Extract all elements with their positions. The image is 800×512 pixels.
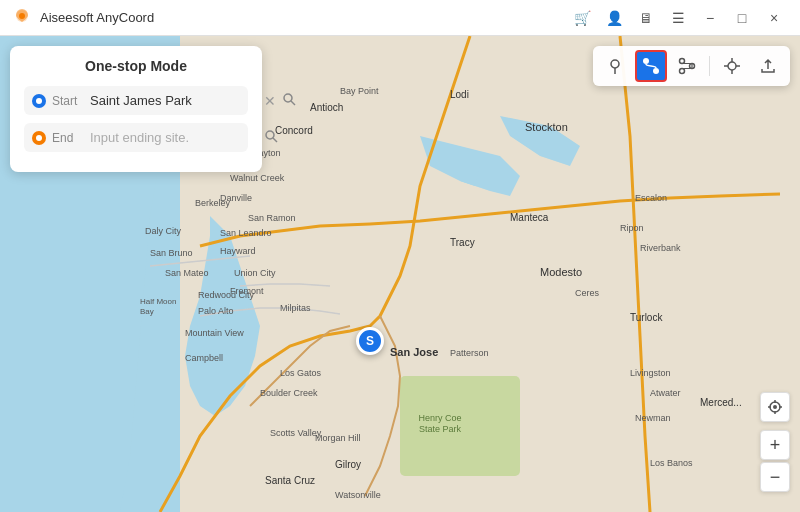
menu-icon[interactable]: ☰ bbox=[664, 4, 692, 32]
svg-text:Mountain View: Mountain View bbox=[185, 328, 244, 338]
search-end-icon[interactable] bbox=[264, 129, 278, 146]
start-label: Start bbox=[52, 94, 84, 108]
svg-point-59 bbox=[680, 69, 685, 74]
svg-text:Merced...: Merced... bbox=[700, 397, 742, 408]
svg-text:Livingston: Livingston bbox=[630, 368, 671, 378]
start-input[interactable] bbox=[90, 93, 258, 108]
svg-point-56 bbox=[653, 68, 659, 74]
end-input[interactable] bbox=[90, 130, 258, 145]
svg-text:Ripon: Ripon bbox=[620, 223, 644, 233]
svg-line-67 bbox=[291, 101, 295, 105]
svg-text:San Bruno: San Bruno bbox=[150, 248, 193, 258]
svg-text:Ceres: Ceres bbox=[575, 288, 600, 298]
start-dot-icon bbox=[32, 94, 46, 108]
svg-line-70 bbox=[273, 138, 277, 142]
svg-text:State Park: State Park bbox=[419, 424, 462, 434]
svg-text:San Leandro: San Leandro bbox=[220, 228, 272, 238]
minimize-button[interactable]: − bbox=[696, 4, 724, 32]
svg-point-65 bbox=[36, 98, 42, 104]
end-label: End bbox=[52, 131, 84, 145]
svg-point-72 bbox=[773, 405, 777, 409]
user-icon[interactable]: 👤 bbox=[600, 4, 628, 32]
svg-text:San Mateo: San Mateo bbox=[165, 268, 209, 278]
svg-text:Escalon: Escalon bbox=[635, 193, 667, 203]
svg-point-55 bbox=[643, 58, 649, 64]
zoom-in-button[interactable]: + bbox=[760, 430, 790, 460]
zoom-out-button[interactable]: − bbox=[760, 462, 790, 492]
svg-text:Lodi: Lodi bbox=[450, 89, 469, 100]
svg-text:Turlock: Turlock bbox=[630, 312, 663, 323]
svg-text:Morgan Hill: Morgan Hill bbox=[315, 433, 361, 443]
svg-text:Newman: Newman bbox=[635, 413, 671, 423]
svg-text:Boulder Creek: Boulder Creek bbox=[260, 388, 318, 398]
svg-text:Redwood City: Redwood City bbox=[198, 290, 255, 300]
svg-text:Watsonville: Watsonville bbox=[335, 490, 381, 500]
svg-text:Palo Alto: Palo Alto bbox=[198, 306, 234, 316]
titlebar: Aiseesoft AnyCoord 🛒 👤 🖥 ☰ − □ × bbox=[0, 0, 800, 36]
svg-text:Union City: Union City bbox=[234, 268, 276, 278]
svg-text:Bay Point: Bay Point bbox=[340, 86, 379, 96]
end-dot-icon bbox=[32, 131, 46, 145]
svg-text:Hayward: Hayward bbox=[220, 246, 256, 256]
zoom-controls: + − bbox=[760, 392, 790, 492]
svg-text:Patterson: Patterson bbox=[450, 348, 489, 358]
svg-point-68 bbox=[36, 135, 42, 141]
svg-point-66 bbox=[284, 94, 292, 102]
map-marker: S bbox=[356, 327, 384, 355]
app-title: Aiseesoft AnyCoord bbox=[40, 10, 568, 25]
svg-text:Stockton: Stockton bbox=[525, 121, 568, 133]
svg-text:Gilroy: Gilroy bbox=[335, 459, 361, 470]
cart-icon[interactable]: 🛒 bbox=[568, 4, 596, 32]
svg-text:Berkeley: Berkeley bbox=[195, 198, 231, 208]
end-field-row: End bbox=[24, 123, 248, 152]
svg-text:Henry Coe: Henry Coe bbox=[418, 413, 461, 423]
close-button[interactable]: × bbox=[760, 4, 788, 32]
svg-text:San Ramon: San Ramon bbox=[248, 213, 296, 223]
svg-point-60 bbox=[728, 62, 736, 70]
clear-start-icon[interactable]: ✕ bbox=[264, 93, 276, 109]
svg-text:Walnut Creek: Walnut Creek bbox=[230, 173, 285, 183]
svg-text:Manteca: Manteca bbox=[510, 212, 549, 223]
svg-text:Daly City: Daly City bbox=[145, 226, 182, 236]
svg-text:Campbell: Campbell bbox=[185, 353, 223, 363]
svg-point-57 bbox=[680, 59, 685, 64]
svg-text:Riverbank: Riverbank bbox=[640, 243, 681, 253]
start-field-row: Start ✕ bbox=[24, 86, 248, 115]
map-toolbar bbox=[593, 46, 790, 86]
maximize-button[interactable]: □ bbox=[728, 4, 756, 32]
route-mode-button[interactable] bbox=[635, 50, 667, 82]
panel-title: One-stop Mode bbox=[24, 58, 248, 74]
svg-point-69 bbox=[266, 131, 274, 139]
svg-text:Los Gatos: Los Gatos bbox=[280, 368, 322, 378]
titlebar-controls: 🛒 👤 🖥 ☰ − □ × bbox=[568, 4, 788, 32]
crosshair-button[interactable] bbox=[716, 50, 748, 82]
monitor-icon[interactable]: 🖥 bbox=[632, 4, 660, 32]
multi-stop-button[interactable] bbox=[671, 50, 703, 82]
svg-text:Half Moon: Half Moon bbox=[140, 297, 176, 306]
search-start-icon[interactable] bbox=[282, 92, 296, 109]
svg-text:Los Banos: Los Banos bbox=[650, 458, 693, 468]
location-button[interactable] bbox=[760, 392, 790, 422]
app-logo bbox=[12, 8, 32, 28]
svg-text:Modesto: Modesto bbox=[540, 266, 582, 278]
svg-text:Bay: Bay bbox=[140, 307, 154, 316]
svg-text:Tracy: Tracy bbox=[450, 237, 475, 248]
pin-mode-button[interactable] bbox=[599, 50, 631, 82]
svg-text:Santa Cruz: Santa Cruz bbox=[265, 475, 315, 486]
toolbar-separator bbox=[709, 56, 710, 76]
svg-text:Concord: Concord bbox=[275, 125, 313, 136]
svg-text:San Jose: San Jose bbox=[390, 346, 438, 358]
one-stop-panel: One-stop Mode Start ✕ End bbox=[10, 46, 262, 172]
svg-point-54 bbox=[611, 60, 619, 68]
svg-text:Antioch: Antioch bbox=[310, 102, 343, 113]
map-container: Henry Coe State Park Stockton Lodi Antio… bbox=[0, 36, 800, 512]
svg-text:Atwater: Atwater bbox=[650, 388, 681, 398]
export-button[interactable] bbox=[752, 50, 784, 82]
svg-text:Milpitas: Milpitas bbox=[280, 303, 311, 313]
